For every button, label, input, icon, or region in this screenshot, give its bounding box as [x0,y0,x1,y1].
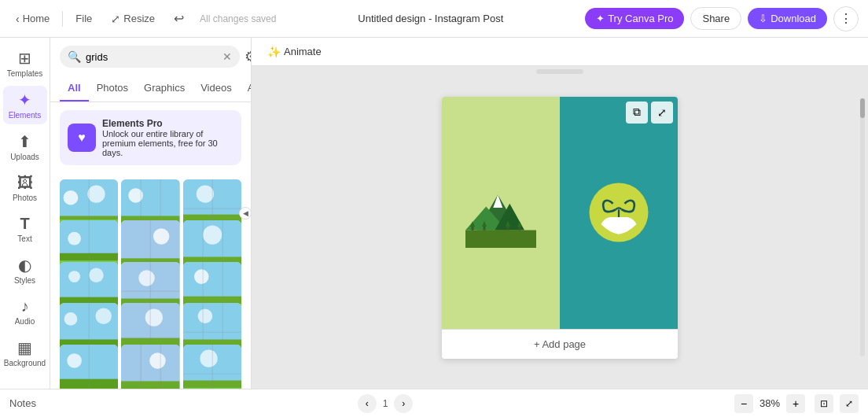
tab-videos[interactable]: Videos [193,76,240,101]
fit-screen-button[interactable]: ⊡ [815,394,833,413]
changes-status: All changes saved [200,13,276,24]
panel-collapse-area: ◀ [239,207,252,220]
design-right-panel [560,97,678,329]
animate-icon: ✨ [267,46,281,58]
tab-audio[interactable]: Audio [240,76,252,101]
text-label: Text [17,234,31,243]
animate-button[interactable]: ✨ Animate [261,42,328,61]
page-indicator: 1 [383,398,388,409]
svg-point-53 [96,308,112,324]
svg-point-35 [68,271,80,282]
sidebar-item-uploads[interactable]: ⬆ Uploads [3,127,47,166]
svg-point-73 [150,352,166,368]
resize-icon: ⤢ [111,13,120,25]
svg-point-4 [87,185,105,202]
svg-point-36 [89,268,104,282]
canvas-area: ✨ Animate ⧉ ⤢ [252,38,868,389]
resize-label: Resize [123,13,155,24]
add-page-button[interactable]: + Add page [442,329,678,359]
svg-point-3 [64,190,79,205]
resize-button[interactable]: ⤢ Resize [105,9,161,28]
more-icon: ··· [18,380,31,389]
topbar: ‹ Home File ⤢ Resize ↩ All changes saved… [0,0,868,38]
add-page-label: + Add page [534,338,586,350]
download-label: Download [771,13,816,24]
sidebar-item-styles[interactable]: ◐ Styles [3,251,47,290]
svg-point-57 [145,309,163,327]
canva-pro-button[interactable]: ✦ Try Canva Pro [585,8,684,29]
promo-banner[interactable]: ♥ Elements Pro Unlock our entire library… [60,110,241,165]
zoom-out-button[interactable]: − [734,394,753,413]
svg-point-62 [197,309,212,324]
photos-label: Photos [13,194,37,202]
svg-point-79 [200,349,217,367]
uploads-label: Uploads [10,153,39,161]
svg-point-13 [196,185,213,202]
file-button[interactable]: File [69,9,98,28]
filter-button[interactable]: ⚙ [245,48,252,65]
more-options-button[interactable]: ⋮ [833,6,859,31]
sidebar-item-elements[interactable]: ✦ Elements [3,86,47,124]
page-controls: ‹ 1 › [358,394,414,413]
zoom-in-button[interactable]: + [786,394,805,413]
vertical-scrollbar-thumb[interactable] [860,98,865,118]
elements-icon: ✦ [18,90,31,109]
clear-search-button[interactable]: ✕ [223,50,232,63]
canvas-viewport: ⧉ ⤢ [252,66,868,389]
fullscreen-button[interactable]: ⤢ [840,394,859,413]
sidebar-item-audio[interactable]: ♪ Audio [3,293,47,330]
home-label: Home [23,13,50,24]
left-panel: 🔍 ✕ ⚙ All Photos Graphics Videos Audio [50,38,252,389]
grid-item[interactable] [121,345,179,389]
next-page-button[interactable]: › [394,394,413,413]
collapse-panel-button[interactable]: ◀ [239,207,252,220]
styles-icon: ◐ [18,256,31,275]
audio-label: Audio [15,317,35,326]
prev-page-button[interactable]: ‹ [358,394,377,413]
canva-pro-label: Try Canva Pro [608,13,673,24]
text-icon: T [20,215,29,233]
tab-all[interactable]: All [60,76,89,101]
svg-point-25 [153,229,169,245]
sidebar-item-more[interactable]: ··· More [3,375,47,389]
mountain-illustration [465,177,536,248]
svg-point-52 [64,312,78,326]
svg-point-46 [194,269,209,284]
star-icon: ✦ [596,13,605,24]
share-button[interactable]: Share [690,7,741,30]
promo-description: Unlock our entire library of premium ele… [102,129,234,157]
duplicate-page-button[interactable]: ⧉ [626,101,648,124]
search-input[interactable] [86,51,218,63]
duplicate-icon: ⧉ [633,105,641,119]
sidebar-icons: ⊞ Templates ✦ Elements ⬆ Uploads 🖼 Photo… [0,38,50,389]
elements-label: Elements [9,111,42,120]
undo-icon: ↩ [174,11,184,26]
search-input-wrap: 🔍 ✕ [60,46,240,68]
expand-page-button[interactable]: ⤢ [651,101,673,124]
uploads-icon: ⬆ [18,132,31,151]
sidebar-item-text[interactable]: T Text [3,210,47,248]
grid-item[interactable] [183,345,241,389]
download-button[interactable]: ⇩ Download [748,8,827,29]
promo-icon: ♥ [68,124,96,152]
tab-photos[interactable]: Photos [89,76,136,101]
expand-icon: ⤢ [657,106,667,119]
svg-point-69 [67,353,82,368]
home-button[interactable]: ‹ Home [9,9,56,28]
horizontal-scrollbar[interactable] [536,69,583,74]
svg-rect-72 [121,381,179,389]
search-results-grid [50,173,251,389]
design-content [442,97,678,329]
ellipsis-icon: ⋮ [840,11,852,26]
sidebar-item-templates[interactable]: ⊞ Templates [3,44,47,83]
eco-illustration [583,177,654,248]
undo-button[interactable]: ↩ [167,8,190,29]
grid-item[interactable] [60,345,118,389]
sidebar-item-photos[interactable]: 🖼 Photos [3,169,47,207]
tabs-row: All Photos Graphics Videos Audio [50,76,251,102]
sidebar-item-background[interactable]: ▦ Background [3,334,47,372]
tab-graphics[interactable]: Graphics [136,76,193,101]
background-icon: ▦ [17,338,32,357]
notes-label: Notes [9,397,36,409]
topbar-divider [62,11,63,27]
